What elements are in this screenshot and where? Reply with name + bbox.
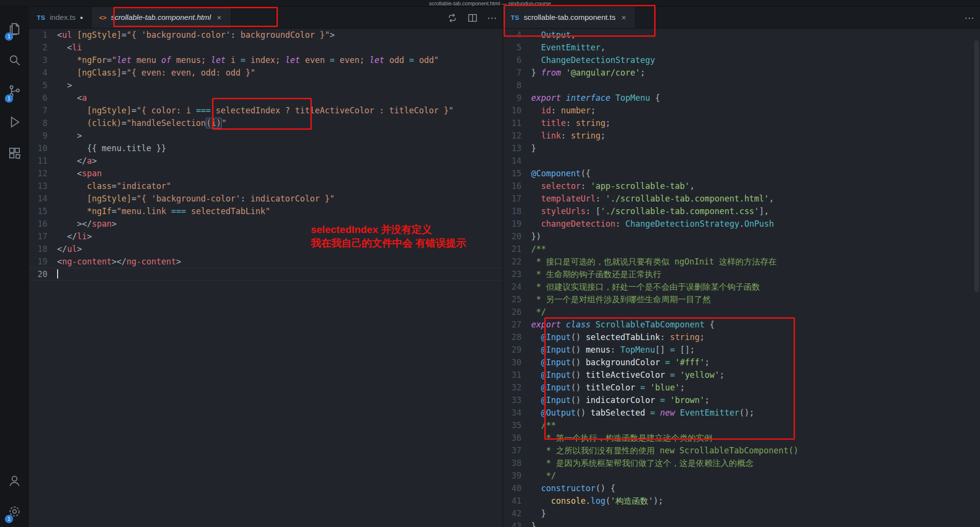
line-number: 37	[503, 444, 531, 457]
sidebar-item-extensions[interactable]	[3, 138, 26, 169]
line-number: 15	[503, 167, 531, 180]
code-line[interactable]: 5 >	[29, 79, 503, 92]
code-line[interactable]: 38 * 是因为系统框架帮我们做了这个，这是依赖注入的概念	[503, 457, 980, 469]
code-line[interactable]: 23 * 生命期的钩子函数还是正常执行	[503, 268, 980, 280]
line-number: 25	[503, 293, 531, 306]
code-line[interactable]: 10 {{ menu.title }}	[29, 142, 503, 155]
code-line[interactable]: 18</ul>	[29, 243, 503, 255]
sidebar-item-explorer[interactable]: 1	[3, 14, 26, 45]
line-number: 4	[503, 29, 531, 41]
scrollbar[interactable]	[973, 29, 980, 527]
account-icon	[7, 473, 22, 488]
sidebar-item-run-debug[interactable]	[3, 107, 26, 138]
close-icon[interactable]: ×	[620, 13, 628, 22]
line-number: 43	[503, 520, 531, 527]
code-line[interactable]: 9 >	[29, 129, 503, 142]
code-line[interactable]: 14 [ngStyle]="{ 'background-color': indi…	[29, 192, 503, 205]
code-line[interactable]: 16 selector: 'app-scrollable-tab',	[503, 180, 980, 192]
code-line[interactable]: 33 @Input() indicatorColor = 'brown';	[503, 394, 980, 406]
code-line[interactable]: 8	[503, 79, 980, 92]
code-line[interactable]: 7 [ngStyle]="{ color: i === selectedInde…	[29, 104, 503, 117]
code-line[interactable]: 40 constructor() {	[503, 482, 980, 495]
code-line[interactable]: 14	[503, 155, 980, 167]
split-editor-icon[interactable]	[467, 12, 478, 24]
code-line[interactable]: 29 @Input() menus: TopMenu[] = [];	[503, 343, 980, 356]
code-line[interactable]: 3 *ngFor="let menu of menus; let i = ind…	[29, 54, 503, 66]
sidebar-item-settings[interactable]: 1	[3, 496, 26, 527]
line-number: 20	[503, 230, 531, 243]
code-line[interactable]: 32 @Input() titleColor = 'blue';	[503, 381, 980, 394]
code-editor-html[interactable]: 1<ul [ngStyle]="{ 'background-color': ba…	[29, 29, 503, 527]
sidebar-item-source-control[interactable]: 1	[3, 76, 26, 107]
code-line[interactable]: 19 changeDetection: ChangeDetectionStrat…	[503, 217, 980, 230]
line-number: 41	[503, 495, 531, 507]
code-line[interactable]: 39 */	[503, 469, 980, 482]
line-number: 6	[503, 54, 531, 66]
line-number: 21	[503, 243, 531, 255]
code-line[interactable]: 6 <a	[29, 92, 503, 104]
scrollbar-thumb[interactable]	[974, 40, 979, 292]
open-changes-icon[interactable]	[446, 12, 458, 24]
code-line[interactable]: 17 templateUrl: './scrollable-tab.compon…	[503, 192, 980, 205]
settings-badge: 1	[5, 515, 13, 523]
code-line[interactable]: 4 Output,	[503, 29, 980, 41]
code-line[interactable]: 13 class="indicator"	[29, 180, 503, 192]
code-line[interactable]: 7} from '@angular/core';	[503, 66, 980, 79]
code-line[interactable]: 19<ng-content></ng-content>	[29, 255, 503, 268]
code-line[interactable]: 31 @Input() titleActiveColor = 'yellow';	[503, 369, 980, 381]
tab-scrollable-tab-component-ts[interactable]: TS scrollable-tab.component.ts ×	[503, 7, 636, 28]
code-line[interactable]: 26 */	[503, 306, 980, 318]
code-line[interactable]: 12 link: string;	[503, 129, 980, 142]
sidebar-item-accounts[interactable]	[3, 465, 26, 496]
code-line[interactable]: 17 </li>	[29, 230, 503, 243]
code-line[interactable]: 13}	[503, 142, 980, 155]
code-line[interactable]: 28 @Input() selectedTabLink: string;	[503, 331, 980, 343]
close-icon[interactable]: ×	[215, 13, 223, 22]
line-number: 31	[503, 369, 531, 381]
modified-indicator: ●	[80, 15, 83, 20]
code-line[interactable]: 15@Component({	[503, 167, 980, 180]
code-line[interactable]: 22 * 接口是可选的，也就说只要有类似 ngOnInit 这样的方法存在	[503, 255, 980, 268]
code-line[interactable]: 30 @Input() backgroundColor = '#fff';	[503, 356, 980, 369]
code-line[interactable]: 4 [ngClass]="{ even: even, odd: odd }"	[29, 66, 503, 79]
code-line[interactable]: 21/**	[503, 243, 980, 255]
more-actions-icon[interactable]: ⋯	[487, 12, 498, 24]
code-line[interactable]: 15 *ngIf="menu.link === selectedTabLink"	[29, 205, 503, 217]
code-line[interactable]: 1<ul [ngStyle]="{ 'background-color': ba…	[29, 29, 503, 41]
code-line[interactable]: 18 styleUrls: ['./scrollable-tab.compone…	[503, 205, 980, 217]
code-line[interactable]: 41 console.log('构造函数');	[503, 495, 980, 507]
code-line[interactable]: 36 * 第一个执行，构造函数是建立这个类的实例	[503, 432, 980, 444]
code-line[interactable]: 42 }	[503, 507, 980, 520]
code-line[interactable]: 12 <span	[29, 167, 503, 180]
code-line[interactable]: 37 * 之所以我们没有显性的使用 new ScrollableTabCompo…	[503, 444, 980, 457]
code-line[interactable]: 6 ChangeDetectionStrategy	[503, 54, 980, 66]
more-actions-icon[interactable]: ⋯	[965, 12, 975, 24]
code-line[interactable]: 5 EventEmitter,	[503, 41, 980, 54]
code-line[interactable]: 24 * 但建议实现接口，好处一个是不会由于误删除某个钩子函数	[503, 280, 980, 293]
code-line[interactable]: 20})	[503, 230, 980, 243]
code-line[interactable]: 2 <li	[29, 41, 503, 54]
line-number: 17	[29, 230, 57, 243]
code-line[interactable]: 10 id: number;	[503, 104, 980, 117]
line-number: 11	[29, 155, 57, 167]
code-line[interactable]: 11 title: string;	[503, 117, 980, 129]
line-number: 16	[29, 217, 57, 230]
code-line[interactable]: 43}	[503, 520, 980, 527]
line-number: 38	[503, 457, 531, 469]
code-line[interactable]: 34 @Output() tabSelected = new EventEmit…	[503, 406, 980, 419]
line-number: 10	[29, 142, 57, 155]
code-line[interactable]: 35 /**	[503, 419, 980, 432]
code-line[interactable]: 27export class ScrollableTabComponent {	[503, 318, 980, 331]
code-editor-typescript[interactable]: 4 Output,5 EventEmitter,6 ChangeDetectio…	[503, 29, 980, 527]
code-line[interactable]: 20	[29, 268, 503, 280]
tab-label: scrollable-tab.component.ts	[524, 13, 616, 22]
code-line[interactable]: 8 (click)="handleSelection(i)"	[29, 117, 503, 129]
tab-index-ts[interactable]: TS index.ts ●	[29, 7, 92, 28]
code-line[interactable]: 25 * 另一个是对组件涉及到哪些生命周期一目了然	[503, 293, 980, 306]
tab-scrollable-tab-component-html[interactable]: <> scrollable-tab.component.html ×	[92, 7, 231, 28]
code-line[interactable]: 11 </a>	[29, 155, 503, 167]
sidebar-item-search[interactable]	[3, 45, 26, 76]
code-line[interactable]: 9export interface TopMenu {	[503, 92, 980, 104]
line-number: 29	[503, 343, 531, 356]
code-line[interactable]: 16 ></span>	[29, 217, 503, 230]
